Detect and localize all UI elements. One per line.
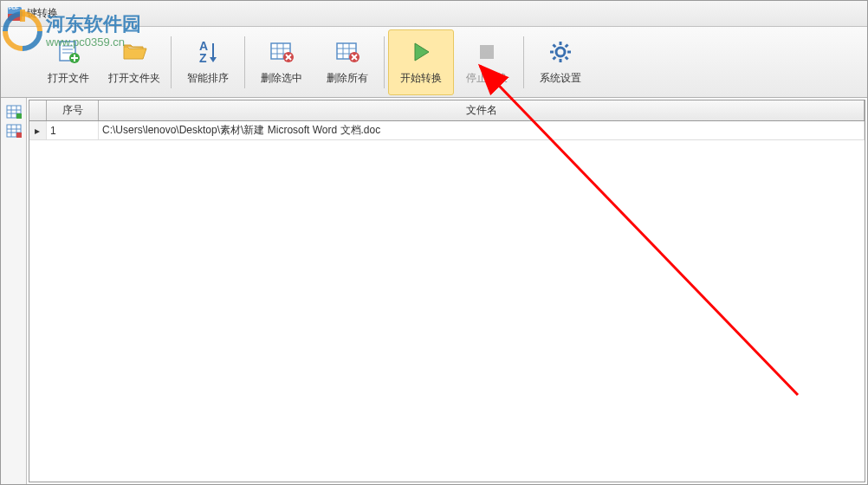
file-add-icon	[55, 38, 82, 66]
th-filename[interactable]: 文件名	[99, 100, 865, 120]
delete-all-label: 删除所有	[327, 71, 368, 86]
delete-selected-button[interactable]: 删除选中	[249, 29, 314, 95]
side-panel	[1, 98, 27, 484]
delete-selected-label: 删除选中	[261, 71, 302, 86]
open-folder-label: 打开文件夹	[108, 71, 160, 86]
system-settings-label: 系统设置	[540, 71, 581, 86]
play-icon	[407, 38, 435, 66]
svg-rect-50	[16, 133, 22, 138]
main-content: 序号 文件名 ▸ 1 C:\Users\lenovo\Desktop\素材\新建…	[27, 98, 867, 484]
th-row-marker	[29, 100, 47, 120]
toolbar-separator	[244, 36, 245, 88]
stop-icon	[473, 38, 501, 66]
stop-convert-button: 停止转换	[454, 29, 520, 95]
svg-line-38	[566, 45, 568, 48]
table-delete-all-icon	[334, 38, 361, 66]
content-area: 序号 文件名 ▸ 1 C:\Users\lenovo\Desktop\素材\新建…	[1, 98, 867, 484]
toolbar: 打开文件 打开文件夹 A Z 智能排序	[1, 27, 867, 98]
open-file-button[interactable]: 打开文件	[36, 29, 101, 95]
window-title: 键转换	[27, 6, 58, 21]
app-icon	[8, 7, 22, 21]
sort-az-icon: A Z	[194, 38, 222, 66]
side-table-delete-icon[interactable]	[3, 122, 24, 139]
smart-sort-button[interactable]: A Z 智能排序	[175, 29, 241, 95]
svg-point-30	[556, 48, 565, 56]
folder-open-icon	[120, 38, 148, 66]
side-table-icon[interactable]	[3, 103, 24, 120]
row-marker: ▸	[29, 121, 47, 139]
svg-line-36	[566, 57, 568, 60]
svg-marker-11	[210, 57, 217, 62]
svg-text:Z: Z	[199, 51, 207, 65]
toolbar-separator	[384, 36, 385, 88]
svg-line-35	[554, 45, 556, 48]
toolbar-separator	[523, 36, 524, 88]
delete-all-button[interactable]: 删除所有	[314, 29, 380, 95]
table-delete-icon	[268, 38, 295, 66]
td-seq: 1	[47, 121, 99, 139]
td-filename: C:\Users\lenovo\Desktop\素材\新建 Microsoft …	[99, 121, 865, 139]
svg-marker-28	[415, 43, 429, 61]
smart-sort-label: 智能排序	[187, 71, 229, 86]
svg-line-37	[554, 57, 556, 60]
gear-icon	[547, 38, 574, 66]
open-folder-button[interactable]: 打开文件夹	[101, 29, 167, 95]
start-convert-label: 开始转换	[400, 71, 442, 86]
svg-rect-29	[480, 45, 494, 59]
toolbar-separator	[171, 36, 172, 88]
open-file-label: 打开文件	[48, 71, 89, 86]
title-bar: 键转换	[1, 1, 867, 27]
table-row[interactable]: ▸ 1 C:\Users\lenovo\Desktop\素材\新建 Micros…	[29, 121, 865, 140]
th-seq[interactable]: 序号	[47, 100, 99, 120]
svg-rect-44	[16, 113, 22, 119]
system-settings-button[interactable]: 系统设置	[528, 29, 593, 95]
stop-convert-label: 停止转换	[466, 71, 508, 86]
start-convert-button[interactable]: 开始转换	[388, 29, 454, 95]
file-table: 序号 文件名 ▸ 1 C:\Users\lenovo\Desktop\素材\新建…	[29, 100, 865, 482]
table-header: 序号 文件名	[29, 100, 865, 121]
